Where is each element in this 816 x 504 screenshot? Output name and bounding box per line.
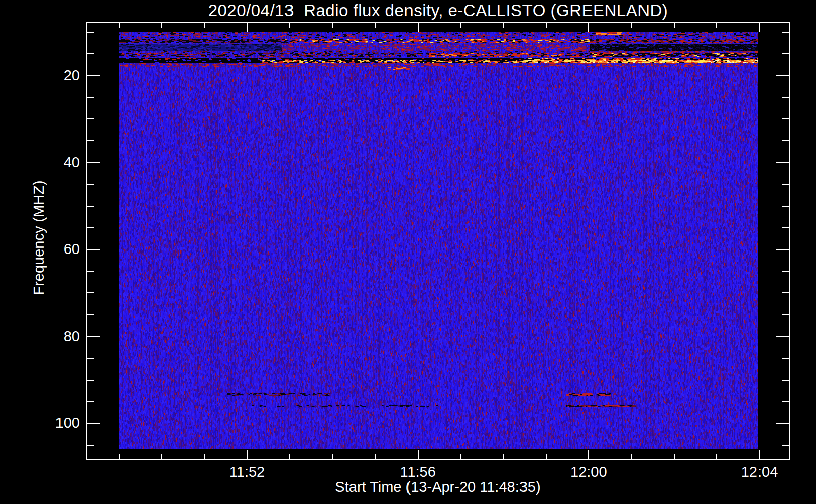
y-tick-left: [87, 336, 100, 337]
y-tick-left: [87, 32, 94, 33]
y-tick-left: [87, 249, 100, 250]
y-tick-right: [782, 97, 789, 98]
y-tick-left: [87, 53, 94, 54]
y-tick-right: [776, 162, 789, 163]
y-tick-right: [782, 118, 789, 119]
x-tick-bottom: [759, 450, 760, 459]
x-tick-bottom: [119, 454, 120, 459]
y-tick-right: [782, 206, 789, 207]
y-tick-right: [776, 249, 789, 250]
x-tick-bottom: [375, 454, 376, 459]
y-tick-right: [776, 336, 789, 337]
y-tick-right: [782, 227, 789, 228]
y-tick-left: [87, 401, 94, 402]
y-tick-right: [776, 75, 789, 76]
y-axis-label: Frequency (MHZ): [31, 180, 47, 295]
x-tick-bottom: [716, 454, 717, 459]
x-tick-bottom: [460, 454, 461, 459]
y-tick-right: [782, 314, 789, 315]
y-tick-left: [87, 314, 94, 315]
x-tick-bottom: [503, 454, 504, 459]
x-tick-bottom: [289, 454, 290, 459]
x-tick-bottom: [418, 450, 419, 459]
x-tick-label: 12:00: [556, 464, 621, 480]
x-tick-bottom: [247, 450, 248, 459]
y-tick-right: [782, 401, 789, 402]
y-tick-right: [782, 140, 789, 141]
y-tick-label: 80: [0, 328, 80, 345]
y-tick-left: [87, 184, 94, 185]
y-tick-left: [87, 75, 100, 76]
y-tick-right: [782, 292, 789, 293]
x-tick-top: [418, 23, 419, 32]
x-tick-bottom: [332, 454, 333, 459]
x-tick-bottom: [204, 454, 205, 459]
x-axis-label: Start Time (13-Apr-20 11:48:35): [261, 479, 614, 495]
y-tick-left: [87, 358, 94, 359]
x-tick-label: 11:52: [214, 464, 280, 480]
x-tick-top: [716, 23, 717, 28]
chart-title: 2020/04/13 Radio flux density, e-CALLIST…: [86, 1, 790, 20]
x-tick-top: [375, 23, 376, 28]
y-tick-left: [87, 162, 100, 163]
y-tick-label: 40: [0, 154, 80, 171]
x-tick-top: [247, 23, 248, 32]
x-tick-top: [161, 23, 162, 28]
y-tick-left: [87, 97, 94, 98]
y-tick-left: [87, 271, 94, 272]
x-tick-top: [674, 23, 675, 28]
x-tick-top: [631, 23, 632, 28]
x-tick-top: [546, 23, 547, 28]
y-tick-right: [782, 380, 789, 381]
x-tick-top: [332, 23, 333, 28]
y-tick-right: [782, 53, 789, 54]
y-tick-left: [87, 292, 94, 293]
y-tick-right: [776, 423, 789, 424]
y-tick-right: [782, 358, 789, 359]
y-tick-left: [87, 118, 94, 119]
y-tick-left: [87, 206, 94, 207]
y-tick-right: [782, 445, 789, 446]
y-tick-right: [782, 271, 789, 272]
y-tick-left: [87, 423, 100, 424]
y-tick-right: [782, 32, 789, 33]
x-tick-bottom: [631, 454, 632, 459]
y-tick-label: 20: [0, 67, 80, 84]
y-tick-right: [782, 184, 789, 185]
x-tick-top: [503, 23, 504, 28]
y-tick-left: [87, 445, 94, 446]
x-tick-bottom: [161, 454, 162, 459]
x-tick-bottom: [546, 454, 547, 459]
x-tick-bottom: [674, 454, 675, 459]
x-tick-top: [460, 23, 461, 28]
x-tick-top: [204, 23, 205, 28]
y-tick-left: [87, 380, 94, 381]
x-tick-top: [759, 23, 760, 32]
spectrogram-page: { "chart_data": { "type": "heatmap", "ti…: [0, 0, 816, 504]
y-tick-left: [87, 140, 94, 141]
y-tick-label: 100: [0, 415, 80, 431]
x-tick-label: 11:56: [385, 464, 451, 480]
x-tick-top: [119, 23, 120, 28]
x-tick-label: 12:04: [727, 464, 792, 480]
x-tick-bottom: [588, 450, 589, 459]
plot-border: [86, 22, 790, 460]
x-tick-top: [588, 23, 589, 32]
y-tick-left: [87, 227, 94, 228]
x-tick-top: [289, 23, 290, 28]
